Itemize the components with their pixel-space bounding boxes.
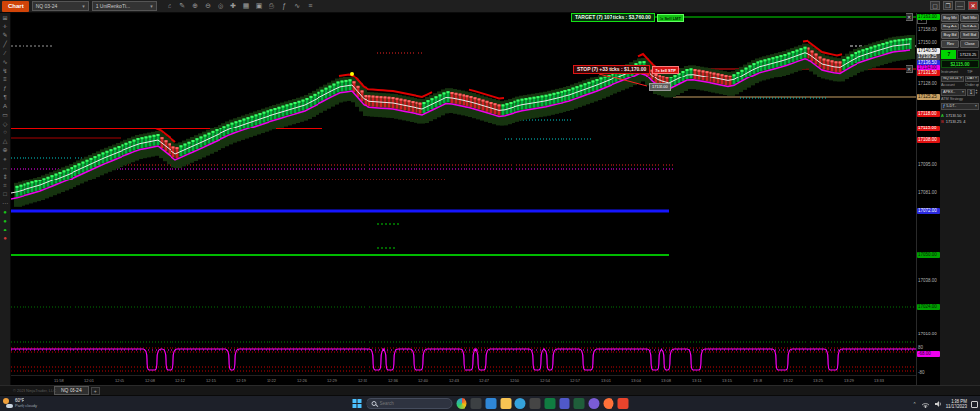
tif-select[interactable]: DAY▾ [965, 76, 979, 82]
account-select[interactable]: APEX...▾ [941, 89, 966, 96]
arrow-tool-icon[interactable]: ↯ [2, 67, 7, 76]
candle [78, 163, 81, 165]
grid-tool-icon[interactable]: ⊞ [2, 14, 7, 23]
function-tool-icon[interactable]: ƒ [3, 84, 6, 93]
candle [396, 98, 399, 100]
triangle-tool-icon[interactable]: △ [3, 137, 8, 146]
crosshair-icon[interactable]: ✚ [229, 1, 238, 11]
close-position-button[interactable]: Close [960, 40, 979, 48]
price-axis-label: 17128.00 [917, 81, 940, 87]
buy-market-button[interactable]: Buy Mkt [941, 14, 959, 22]
tab-nq-03-24[interactable]: NQ 03-24 [54, 386, 89, 395]
zoom-out-icon[interactable]: ⊖ [204, 1, 213, 11]
text-tool-icon[interactable]: ¶ [3, 93, 6, 102]
sell-limit-chip[interactable]: 7x Sell LMT [657, 14, 684, 22]
target-order-label[interactable]: TARGET (7) 107 ticks : $3,760.00 7x Sell… [571, 13, 684, 22]
diamond-tool-icon[interactable]: ◇ [3, 120, 8, 128]
excel-icon[interactable] [545, 398, 556, 409]
teams-icon[interactable] [560, 398, 570, 409]
buy-ask-button[interactable]: Buy Ask [941, 23, 959, 30]
hline-tool-icon[interactable]: ↔ [2, 164, 8, 173]
reverse-button[interactable]: Rev [941, 40, 959, 48]
chart-canvas[interactable]: TARGET (7) 107 ticks : $3,760.00 7x Sell… [11, 13, 916, 385]
stepper-arrows[interactable]: ▲▼ [975, 89, 979, 96]
panel-icon[interactable]: ▣ [255, 1, 264, 11]
sell-bid-button[interactable]: Sell Bid [960, 31, 979, 39]
cancel-stop-button[interactable]: ✕ [906, 65, 913, 73]
pencil-tool-icon[interactable]: ✎ [2, 31, 7, 40]
search-box[interactable] [367, 398, 453, 409]
photos-icon[interactable] [457, 398, 467, 409]
atm-strategy-label: ATM Strategy [941, 97, 979, 102]
edge-icon[interactable] [515, 398, 526, 409]
stocks-icon[interactable] [574, 398, 585, 409]
grid-icon[interactable]: ▦ [242, 1, 251, 11]
zoom-in-icon[interactable]: ⊕ [191, 1, 200, 11]
sell-market-button[interactable]: Sell Mkt [960, 14, 979, 22]
stop-order-label[interactable]: STOP (7) +33 ticks : $1,170.00 7x Sell S… [573, 65, 679, 74]
taskview-icon[interactable] [471, 398, 482, 409]
close-icon[interactable]: ✕ [968, 1, 978, 10]
dock-icon[interactable]: ▢ [930, 1, 940, 10]
chart-tab[interactable]: Chart [2, 1, 29, 12]
price-axis[interactable]: F 17163.0017158.0017150.0017140.5017139.… [916, 13, 939, 385]
copilot-icon[interactable] [589, 398, 600, 409]
start-button[interactable] [352, 398, 363, 409]
file-explorer-icon[interactable] [501, 398, 512, 409]
rectangle-tool-icon[interactable]: ▭ [2, 111, 8, 120]
snapshot-icon[interactable]: ⎙ [268, 1, 276, 11]
buy-bid-button[interactable]: Buy Bid [941, 31, 959, 39]
label-tool-icon[interactable]: A [3, 102, 7, 111]
calculator-icon[interactable] [530, 398, 541, 409]
weather-widget[interactable]: 60°F Partly cloudy [3, 398, 37, 408]
draw-icon[interactable]: ✎ [178, 1, 187, 11]
sell-ask-button[interactable]: Sell Ask [960, 23, 979, 30]
levels-tool-icon[interactable]: ≡ [3, 76, 7, 84]
minimize-icon[interactable]: — [956, 1, 965, 10]
atm-strategy-select[interactable]: ƒ 5-DT... ▾ [941, 103, 979, 110]
hidden-icons-chevron[interactable]: ⌃ [913, 401, 917, 407]
fib-tool-icon[interactable]: ⊕ [2, 146, 7, 155]
clock[interactable]: 1:38 PM 11/17/2023 [946, 399, 967, 410]
marker-green3-icon[interactable]: ● [3, 226, 7, 234]
cursor-tool-icon[interactable]: ✛ [2, 23, 7, 31]
candle [435, 96, 438, 98]
search-input[interactable] [380, 401, 439, 406]
strategies-icon[interactable]: ∿ [293, 1, 302, 11]
sell-stop-chip[interactable]: 7x Sell STP [652, 66, 679, 74]
ruler-tool-icon[interactable]: ⌗ [3, 181, 6, 190]
marker-red-icon[interactable]: ● [3, 234, 7, 243]
ray-tool-icon[interactable]: ∕ [4, 49, 5, 58]
marker-green2-icon[interactable]: ● [3, 217, 7, 226]
candle [902, 39, 905, 41]
indicators-icon[interactable]: ƒ [280, 1, 289, 11]
firefox-icon[interactable] [604, 398, 614, 409]
properties-icon[interactable]: ≡ [306, 1, 315, 11]
wave-tool-icon[interactable]: ∿ [2, 58, 7, 67]
interval-select[interactable]: 1 UniRenko Ti... ▾ [92, 1, 157, 11]
region-tool-icon[interactable]: □ [3, 190, 7, 199]
restore-icon[interactable]: ❐ [943, 1, 953, 10]
volume-icon[interactable] [934, 400, 942, 408]
home-icon[interactable]: ⌂ [166, 1, 174, 11]
vline-tool-icon[interactable]: ⇕ [2, 173, 7, 181]
instrument-select[interactable]: NQ 03-24 ▾ [32, 1, 89, 11]
path-tool-icon[interactable]: ⋯ [2, 199, 8, 208]
add-tab-button[interactable]: + [91, 387, 100, 395]
notification-icon[interactable] [971, 401, 978, 408]
time-axis[interactable]: 11:5812:0112:0512:0812:1212:1512:1912:22… [11, 375, 916, 385]
zoom-reset-icon[interactable]: ◎ [217, 1, 225, 11]
candle [725, 75, 728, 77]
ninjatrader-icon[interactable] [618, 398, 629, 409]
mail-icon[interactable] [486, 398, 497, 409]
target-tool-icon[interactable]: ⌖ [3, 155, 6, 164]
trendline-tool-icon[interactable]: ╱ [3, 40, 7, 49]
price-axis-label: 17050.00 [917, 252, 940, 258]
cancel-target-button[interactable]: ✕ [906, 13, 913, 21]
wifi-icon[interactable] [921, 400, 930, 408]
ellipse-tool-icon[interactable]: ○ [3, 128, 7, 137]
quantity-stepper[interactable]: 1 ▲▼ [967, 89, 979, 96]
trader-instrument-select[interactable]: NQ 03-24▾ [941, 76, 964, 82]
price-axis-label: 17072.00 [917, 208, 940, 214]
marker-green-icon[interactable]: ● [3, 208, 7, 217]
